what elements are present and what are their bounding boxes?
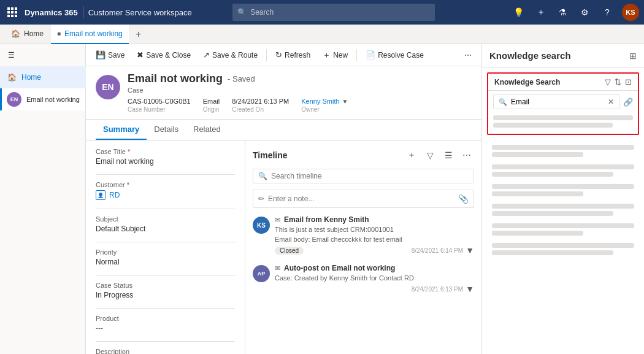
owner-dropdown-icon[interactable]: ▼ bbox=[342, 98, 348, 105]
skeleton-line bbox=[492, 243, 634, 248]
tab-email-not-working[interactable]: ■ Email not working bbox=[51, 25, 129, 44]
case-avatar-large: EN bbox=[96, 75, 120, 99]
sidebar-menu-button[interactable]: ☰ bbox=[0, 44, 22, 66]
timeline-column: Timeline ＋ ▽ ☰ ⋯ 🔍 ✏ 📎 bbox=[245, 140, 481, 354]
sort-knowledge-icon[interactable]: ⇅ bbox=[615, 77, 621, 87]
timeline-body2-line1: Case: Created by Kenny Smith for Contact… bbox=[275, 274, 474, 282]
status-badge-1: Closed bbox=[275, 247, 304, 255]
customer-icon: 👤 bbox=[96, 190, 105, 200]
attachment-icon[interactable]: 📎 bbox=[458, 194, 469, 204]
new-button[interactable]: ＋ New bbox=[318, 47, 353, 64]
knowledge-section-icons: ▽ ⇅ ⊡ bbox=[605, 77, 632, 87]
left-sidebar: ☰ 🏠 Home EN Email not working bbox=[0, 44, 86, 354]
timeline-add-button[interactable]: ＋ bbox=[404, 148, 419, 163]
field-divider-5 bbox=[96, 308, 235, 309]
filter-knowledge-icon[interactable]: ▽ bbox=[605, 77, 611, 87]
more-options-button[interactable]: ⋯ bbox=[459, 47, 477, 64]
filter-icon[interactable]: ⚗ bbox=[556, 7, 570, 17]
timeline-body-line1: This is just a test subject CRM:0001001 bbox=[275, 226, 474, 233]
timeline-date-2: 8/24/2021 6:13 PM bbox=[412, 286, 464, 293]
timeline-sort-button[interactable]: ☰ bbox=[441, 148, 456, 163]
tab-home[interactable]: 🏠 Home bbox=[5, 25, 50, 44]
search-input[interactable] bbox=[250, 8, 430, 17]
expand-knowledge-icon[interactable]: ⊡ bbox=[625, 77, 632, 87]
skeleton-line bbox=[492, 191, 583, 196]
global-search-bar[interactable]: 🔍 bbox=[232, 4, 435, 21]
owner-link[interactable]: Kenny Smith bbox=[301, 98, 339, 105]
save-button[interactable]: 💾 Save bbox=[91, 47, 129, 64]
content-tabs: Summary Details Related bbox=[86, 120, 481, 140]
resolve-case-button[interactable]: 📄 Resolve Case bbox=[361, 47, 429, 64]
timeline-search-bar[interactable]: 🔍 bbox=[253, 169, 474, 183]
sidebar-case-item[interactable]: EN Email not working bbox=[0, 88, 85, 110]
sidebar-case-title: Email not working bbox=[26, 96, 80, 103]
panel-icon-1[interactable]: ⊞ bbox=[629, 51, 637, 61]
field-divider-3 bbox=[96, 242, 235, 242]
refresh-button[interactable]: ↻ Refresh bbox=[270, 47, 315, 64]
tab-details[interactable]: Details bbox=[147, 120, 186, 140]
more-icon: ⋯ bbox=[464, 51, 472, 60]
knowledge-link-icon[interactable]: 🔗 bbox=[623, 98, 633, 107]
edit-icon: ✏ bbox=[258, 194, 264, 203]
field-divider bbox=[96, 174, 235, 175]
home-icon: 🏠 bbox=[11, 29, 20, 38]
timeline-title: Timeline bbox=[253, 150, 288, 160]
main-layout: ☰ 🏠 Home EN Email not working 💾 Save ✖ S… bbox=[0, 44, 644, 354]
expand-button-1[interactable]: ▼ bbox=[466, 245, 474, 255]
description-field: Description --- bbox=[96, 348, 235, 354]
timeline-footer-1: Closed 8/24/2021 6:14 PM ▼ bbox=[275, 245, 474, 255]
skeleton-line bbox=[492, 145, 634, 150]
expand-button-2[interactable]: ▼ bbox=[466, 284, 474, 294]
subject-field: Subject Default Subject bbox=[96, 215, 235, 233]
sidebar-case-avatar: EN bbox=[7, 92, 21, 107]
skeleton-line bbox=[492, 152, 583, 157]
skeleton-line bbox=[492, 172, 613, 177]
clear-knowledge-search[interactable]: ✕ bbox=[608, 98, 614, 106]
timeline-item-header-1: ✉ Email from Kenny Smith bbox=[275, 215, 474, 224]
customer-value[interactable]: RD bbox=[109, 191, 120, 199]
knowledge-panel-title: Knowledge search bbox=[489, 50, 571, 61]
timeline-search-input[interactable] bbox=[271, 172, 469, 180]
case-status-value: In Progress bbox=[96, 291, 235, 299]
knowledge-search-input[interactable] bbox=[511, 98, 604, 106]
avatar[interactable]: KS bbox=[622, 4, 639, 21]
timeline-more-button[interactable]: ⋯ bbox=[459, 148, 474, 163]
note-input[interactable] bbox=[268, 194, 454, 203]
sidebar-item-home[interactable]: 🏠 Home bbox=[0, 66, 86, 88]
knowledge-search-input-wrapper[interactable]: 🔍 ✕ bbox=[493, 94, 619, 109]
tab-related[interactable]: Related bbox=[186, 120, 228, 140]
timeline-filter-button[interactable]: ▽ bbox=[423, 148, 437, 163]
home-nav-icon: 🏠 bbox=[7, 73, 17, 82]
help-icon[interactable]: ? bbox=[600, 7, 615, 17]
skeleton-line bbox=[492, 204, 634, 209]
email-type-icon: ✉ bbox=[275, 216, 280, 224]
content-area: 💾 Save ✖ Save & Close ↗ Save & Route ↻ R… bbox=[86, 44, 481, 354]
new-icon: ＋ bbox=[323, 50, 331, 61]
form-column: Case Title Email not working Customer 👤 … bbox=[86, 140, 245, 354]
save-close-button[interactable]: ✖ Save & Close bbox=[132, 47, 196, 64]
settings-icon[interactable]: ⚙ bbox=[578, 7, 592, 17]
field-divider-6 bbox=[96, 341, 235, 342]
timeline-content-1: ✉ Email from Kenny Smith This is just a … bbox=[275, 215, 474, 255]
route-icon: ↗ bbox=[203, 50, 210, 60]
case-saved-status: - Saved bbox=[228, 74, 255, 83]
case-title-field: Case Title Email not working bbox=[96, 148, 235, 166]
customer-label: Customer bbox=[96, 181, 235, 188]
note-input-area[interactable]: ✏ 📎 bbox=[253, 190, 474, 208]
lightbulb-icon[interactable]: 💡 bbox=[512, 7, 526, 17]
knowledge-panel-header: Knowledge search ⊞ bbox=[482, 44, 644, 67]
save-route-button[interactable]: ↗ Save & Route bbox=[198, 47, 263, 64]
knowledge-section-header: Knowledge Search ▽ ⇅ ⊡ bbox=[488, 74, 638, 91]
app-name: Dynamics 365 bbox=[25, 8, 78, 17]
timeline-item-title-1: Email from Kenny Smith bbox=[284, 215, 369, 224]
app-grid-icon[interactable] bbox=[5, 5, 20, 20]
customer-field: Customer 👤 RD bbox=[96, 181, 235, 200]
tab-summary[interactable]: Summary bbox=[96, 120, 147, 140]
save-close-icon: ✖ bbox=[137, 50, 144, 60]
timeline-footer-2: 8/24/2021 6:13 PM ▼ bbox=[275, 284, 474, 294]
toolbar-separator-2 bbox=[356, 49, 357, 61]
add-icon[interactable]: ＋ bbox=[534, 7, 548, 18]
add-tab-button[interactable]: + bbox=[130, 26, 147, 43]
timeline-body-line2: Email body: Email checcckkk for test ema… bbox=[275, 236, 474, 243]
subject-value: Default Subject bbox=[96, 225, 235, 233]
